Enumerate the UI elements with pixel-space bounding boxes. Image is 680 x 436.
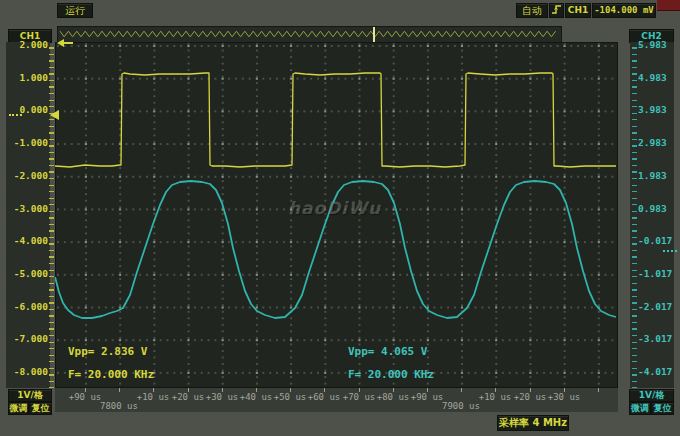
auto-trigger-button[interactable]: 自动 <box>516 3 548 18</box>
time-tick <box>598 388 599 392</box>
time-axis-label: +60 us <box>308 392 341 402</box>
ch1-trace <box>55 73 616 167</box>
waveform-preview-strip[interactable] <box>57 26 562 43</box>
horizontal-position-marker[interactable] <box>57 39 73 47</box>
scale-tick-label: -2.000 <box>14 170 48 181</box>
ch2-scale-ruler <box>632 42 637 388</box>
marker-tail <box>63 42 73 44</box>
scale-tick-label: 1.000 <box>19 72 48 83</box>
scale-tick-label: -8.000 <box>14 366 48 377</box>
time-axis-label: +40 us <box>240 392 273 402</box>
time-axis-label: +20 us <box>514 392 547 402</box>
scale-tick-label: -5.000 <box>14 268 48 279</box>
ch1-ground-marker[interactable] <box>50 110 59 120</box>
run-status-button[interactable]: 运行 <box>57 3 93 18</box>
time-axis-label: 7800 us <box>100 401 138 411</box>
ch2-fine-adjust-button[interactable]: 微调 <box>629 402 651 415</box>
ch2-ground-dashes <box>663 250 677 252</box>
time-axis-label: +10 us <box>479 392 512 402</box>
time-axis-label: +80 us <box>377 392 410 402</box>
ch1-reset-button[interactable]: 复位 <box>29 402 52 415</box>
trigger-level-value[interactable]: -104.000 mV <box>592 3 656 18</box>
ch2-frequency-readout: F= 20.000 KHz <box>348 368 434 381</box>
time-axis-label: +30 us <box>548 392 581 402</box>
time-axis-label: +20 us <box>172 392 205 402</box>
time-axis-label: +70 us <box>343 392 376 402</box>
scale-tick-label: -3.017 <box>638 333 672 344</box>
watermark: haoDiWu <box>288 198 381 218</box>
edge-trigger-icon[interactable] <box>549 3 564 18</box>
scale-tick-label: -7.000 <box>14 333 48 344</box>
oscilloscope-screen: 运行 自动 CH1 -104.000 mV CH1 CH2 2.0001.000… <box>0 0 680 436</box>
scale-tick-label: -6.000 <box>14 301 48 312</box>
scale-tick-label: 0.000 <box>19 104 48 115</box>
scale-tick-label: -3.000 <box>14 203 48 214</box>
scale-tick-label: -1.000 <box>14 137 48 148</box>
time-axis-label: 7900 us <box>442 401 480 411</box>
scale-tick-label: 2.983 <box>638 137 667 148</box>
scale-tick-label: -4.017 <box>638 366 672 377</box>
ch2-volts-per-div[interactable]: 1V/格 <box>629 389 674 402</box>
ch1-voltage-scale: 2.0001.0000.000-1.000-2.000-3.000-4.000-… <box>6 42 50 388</box>
scale-tick-label: -1.017 <box>638 268 672 279</box>
corner-indicator <box>657 0 680 11</box>
trigger-source-label[interactable]: CH1 <box>565 3 591 18</box>
ch1-ground-dashes <box>9 114 22 116</box>
ch1-volts-per-div[interactable]: 1V/格 <box>8 389 52 402</box>
ch1-frequency-readout: F= 20.000 KHz <box>68 368 154 381</box>
scale-tick-label: 4.983 <box>638 72 667 83</box>
preview-zigzag <box>58 27 561 42</box>
time-axis: +90 us7800 us+10 us+20 us+30 us+40 us+50… <box>55 388 618 412</box>
scale-tick-label: 1.983 <box>638 170 667 181</box>
scale-tick-label: -0.017 <box>638 235 672 246</box>
time-tick <box>119 388 120 392</box>
scale-tick-label: 3.983 <box>638 104 667 115</box>
scale-tick-label: -4.000 <box>14 235 48 246</box>
ch2-vpp-readout: Vpp= 4.065 V <box>348 345 427 358</box>
ch1-scale-ruler <box>49 42 54 388</box>
time-axis-label: +50 us <box>274 392 307 402</box>
scale-tick-label: 0.983 <box>638 203 667 214</box>
time-axis-label: +30 us <box>206 392 239 402</box>
time-axis-label: +10 us <box>137 392 170 402</box>
preview-trigger-position-marker[interactable] <box>373 27 375 42</box>
time-axis-label: +90 us <box>411 392 444 402</box>
time-axis-label: +90 us <box>69 392 102 402</box>
time-tick <box>461 388 462 392</box>
ch1-fine-adjust-button[interactable]: 微调 <box>8 402 29 415</box>
ch1-vpp-readout: Vpp= 2.836 V <box>68 345 147 358</box>
ch2-reset-button[interactable]: 复位 <box>651 402 674 415</box>
scale-tick-label: 5.983 <box>638 39 667 50</box>
scale-tick-label: -2.017 <box>638 301 672 312</box>
sample-rate-readout: 采样率 4 MHz <box>497 415 569 431</box>
scale-tick-label: 2.000 <box>19 39 48 50</box>
